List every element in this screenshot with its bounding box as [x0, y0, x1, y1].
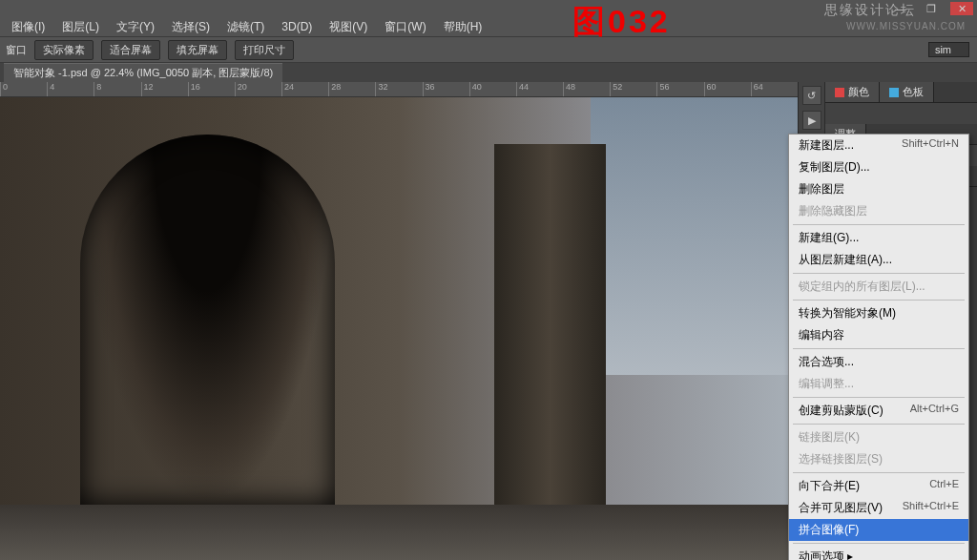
- context-item[interactable]: 新建图层...Shift+Ctrl+N: [789, 135, 968, 156]
- ruler-tick: 12: [141, 82, 188, 96]
- ruler-tick: 4: [47, 82, 94, 96]
- options-bar: 窗口 实际像素 适合屏幕 填充屏幕 打印尺寸 sim: [0, 36, 977, 63]
- context-separator: [793, 224, 965, 225]
- options-label: 窗口: [6, 43, 27, 57]
- context-item: 编辑调整...: [789, 373, 968, 395]
- context-separator: [793, 273, 965, 274]
- document-tab[interactable]: 智能对象 -1.psd @ 22.4% (IMG_0050 副本, 图层蒙版/8…: [4, 63, 282, 82]
- ruler-tick: 60: [704, 82, 751, 96]
- menu-view[interactable]: 视图(V): [323, 17, 373, 37]
- ruler-tick: 44: [516, 82, 563, 96]
- title-bar: 思缘设计论坛 — ❐ ✕: [0, 0, 977, 17]
- context-item[interactable]: 复制图层(D)...: [789, 156, 968, 178]
- context-item: 链接图层(K): [789, 426, 968, 448]
- ruler-tick: 0: [0, 82, 47, 96]
- context-item[interactable]: 转换为智能对象(M): [789, 302, 968, 324]
- maximize-button[interactable]: ❐: [920, 2, 943, 15]
- context-item[interactable]: 从图层新建组(A)...: [789, 249, 968, 271]
- context-separator: [793, 543, 965, 544]
- context-item[interactable]: 拼合图像(F): [789, 519, 968, 541]
- ruler-tick: 56: [656, 82, 703, 96]
- menu-select[interactable]: 选择(S): [166, 17, 216, 37]
- menu-help[interactable]: 帮助(H): [438, 17, 488, 37]
- workspace-selector[interactable]: sim: [928, 42, 969, 57]
- menu-window[interactable]: 窗口(W): [379, 17, 431, 37]
- context-item[interactable]: 向下合并(E)Ctrl+E: [789, 475, 968, 497]
- ruler-tick: 8: [94, 82, 140, 96]
- actual-pixels-button[interactable]: 实际像素: [34, 40, 94, 60]
- context-item[interactable]: 混合选项...: [789, 351, 968, 373]
- document-tab-bar: 智能对象 -1.psd @ 22.4% (IMG_0050 副本, 图层蒙版/8…: [0, 63, 977, 82]
- context-separator: [793, 348, 965, 349]
- play-icon[interactable]: ▶: [802, 111, 821, 130]
- watermark: WWW.MISSYUAN.COM: [846, 21, 966, 31]
- context-separator: [793, 472, 965, 473]
- horizontal-ruler[interactable]: 0 4 8 12 16 20 24 28 32 36 40 44 48 52 5…: [0, 82, 798, 97]
- context-separator: [793, 424, 965, 425]
- panel-color[interactable]: 颜色: [825, 82, 880, 102]
- menu-image[interactable]: 图像(I): [6, 17, 51, 37]
- ruler-tick: 16: [188, 82, 235, 96]
- ruler-tick: 20: [235, 82, 281, 96]
- fit-screen-button[interactable]: 适合屏幕: [101, 40, 160, 60]
- close-button[interactable]: ✕: [950, 2, 973, 15]
- ruler-tick: 40: [469, 82, 516, 96]
- context-item[interactable]: 编辑内容: [789, 324, 968, 346]
- context-item: 删除隐藏图层: [789, 200, 968, 222]
- overlay-figure-label: 图032: [572, 0, 671, 44]
- menu-layer[interactable]: 图层(L): [56, 17, 105, 37]
- context-item[interactable]: 动画选项 ▸: [789, 546, 968, 560]
- ruler-tick: 48: [563, 82, 610, 96]
- menu-3d[interactable]: 3D(D): [276, 18, 318, 35]
- ruler-tick: 32: [375, 82, 422, 96]
- panel-swatches[interactable]: 色板: [880, 82, 934, 102]
- context-item: 选择链接图层(S): [789, 448, 968, 470]
- ruler-tick: 52: [610, 82, 656, 96]
- canvas-image[interactable]: [0, 97, 798, 560]
- menu-bar: 图像(I) 图层(L) 文字(Y) 选择(S) 滤镜(T) 3D(D) 视图(V…: [0, 17, 977, 36]
- context-item[interactable]: 新建组(G)...: [789, 227, 968, 249]
- context-item[interactable]: 合并可见图层(V)Shift+Ctrl+E: [789, 497, 968, 519]
- context-item: 锁定组内的所有图层(L)...: [789, 276, 968, 298]
- history-icon[interactable]: ↺: [802, 86, 821, 105]
- ruler-tick: 64: [751, 82, 798, 96]
- context-item[interactable]: 创建剪贴蒙版(C)Alt+Ctrl+G: [789, 400, 968, 422]
- forum-logo: 思缘设计论坛: [824, 2, 916, 19]
- menu-type[interactable]: 文字(Y): [111, 17, 160, 37]
- fill-screen-button[interactable]: 填充屏幕: [168, 40, 227, 60]
- context-item[interactable]: 删除图层: [789, 178, 968, 200]
- context-separator: [793, 397, 965, 398]
- context-separator: [793, 300, 965, 301]
- ruler-tick: 36: [423, 82, 469, 96]
- print-size-button[interactable]: 打印尺寸: [235, 40, 294, 60]
- ruler-tick: 24: [281, 82, 328, 96]
- menu-filter[interactable]: 滤镜(T): [221, 17, 270, 37]
- canvas-area: 0 4 8 12 16 20 24 28 32 36 40 44 48 52 5…: [0, 82, 798, 560]
- ruler-tick: 28: [328, 82, 375, 96]
- layer-context-menu: 新建图层...Shift+Ctrl+N复制图层(D)...删除图层删除隐藏图层新…: [788, 134, 969, 560]
